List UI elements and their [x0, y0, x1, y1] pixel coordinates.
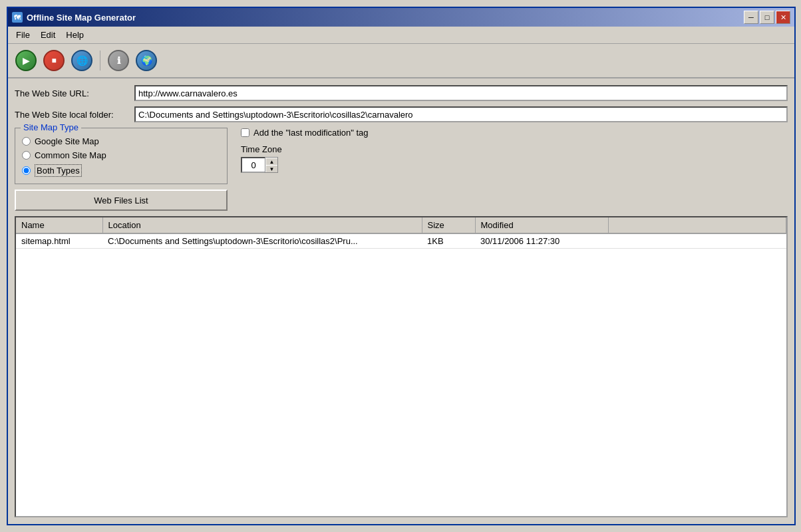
info-button[interactable]: ℹ: [106, 48, 131, 73]
both-types-option[interactable]: Both Types: [22, 164, 220, 177]
last-mod-row: Add the "last modification" tag: [241, 128, 369, 138]
both-types-radio[interactable]: [22, 166, 31, 175]
stop-button[interactable]: ■: [41, 48, 67, 73]
globe-button[interactable]: 🌍: [134, 48, 159, 73]
globe-refresh-icon: 🌐: [71, 50, 92, 71]
app-icon: 🗺: [12, 12, 23, 23]
menu-bar: File Edit Help: [8, 27, 794, 44]
folder-row: The Web Site local folder:: [15, 106, 788, 122]
sitemap-type-group: Site Map Type Google Site Map Common Sit…: [15, 128, 228, 184]
cell-location: C:\Documents and Settings\uptodown-3\Esc…: [102, 233, 422, 249]
google-sitemap-radio[interactable]: [22, 137, 31, 146]
timezone-label: Time Zone: [241, 144, 369, 154]
menu-edit[interactable]: Edit: [35, 28, 61, 42]
refresh-button[interactable]: 🌐: [69, 48, 94, 73]
common-sitemap-label: Common Site Map: [35, 150, 106, 160]
maximize-button[interactable]: □: [760, 11, 774, 24]
play-button[interactable]: ▶: [13, 48, 39, 73]
col-size: Size: [422, 217, 475, 233]
google-sitemap-label: Google Site Map: [35, 136, 99, 146]
url-input[interactable]: [134, 85, 788, 101]
spinner-buttons: ▲ ▼: [265, 157, 278, 173]
title-bar-left: 🗺 Offline Site Map Generator: [12, 12, 136, 23]
col-extra: [608, 217, 786, 233]
last-mod-checkbox[interactable]: [241, 128, 249, 137]
menu-help[interactable]: Help: [61, 28, 89, 42]
google-sitemap-option[interactable]: Google Site Map: [22, 136, 220, 146]
web-files-button[interactable]: Web Files List: [15, 190, 228, 211]
toolbar-separator: [100, 51, 100, 70]
spinner-up-button[interactable]: ▲: [265, 158, 277, 165]
col-modified: Modified: [475, 217, 608, 233]
file-table: Name Location Size Modified sitemap.html…: [16, 217, 786, 249]
last-mod-label: Add the "last modification" tag: [253, 128, 369, 138]
cell-extra: [608, 233, 786, 249]
sitemap-options: Google Site Map Common Site Map Both Typ…: [22, 136, 220, 177]
options-panel: Add the "last modification" tag Time Zon…: [241, 128, 369, 173]
groupbox-legend: Site Map Type: [21, 122, 81, 132]
play-icon: ▶: [15, 50, 37, 71]
globe-icon: 🌍: [136, 50, 157, 71]
spinner-down-button[interactable]: ▼: [265, 165, 277, 172]
info-icon: ℹ: [108, 50, 129, 71]
toolbar: ▶ ■ 🌐 ℹ 🌍: [8, 44, 794, 78]
timezone-input[interactable]: [241, 157, 265, 173]
close-button[interactable]: ✕: [776, 11, 790, 24]
common-sitemap-radio[interactable]: [22, 151, 31, 160]
timezone-spinner: ▲ ▼: [241, 157, 281, 173]
stop-icon: ■: [43, 50, 65, 71]
table-row[interactable]: sitemap.html C:\Documents and Settings\u…: [16, 233, 786, 249]
title-bar: 🗺 Offline Site Map Generator ─ □ ✕: [8, 8, 794, 27]
title-bar-buttons: ─ □ ✕: [744, 11, 790, 24]
cell-name: sitemap.html: [16, 233, 102, 249]
minimize-button[interactable]: ─: [744, 11, 758, 24]
window-title: Offline Site Map Generator: [27, 13, 136, 23]
timezone-section: Time Zone ▲ ▼: [241, 144, 369, 173]
folder-input[interactable]: [134, 106, 788, 122]
col-location: Location: [102, 217, 422, 233]
cell-modified: 30/11/2006 11:27:30: [475, 233, 608, 249]
file-table-container: Name Location Size Modified sitemap.html…: [15, 216, 788, 517]
main-content: The Web Site URL: The Web Site local fol…: [8, 78, 794, 524]
main-window: 🗺 Offline Site Map Generator ─ □ ✕ File …: [7, 7, 796, 525]
col-name: Name: [16, 217, 102, 233]
middle-section: Site Map Type Google Site Map Common Sit…: [15, 128, 788, 211]
url-label: The Web Site URL:: [15, 88, 128, 98]
url-row: The Web Site URL:: [15, 85, 788, 101]
both-types-label: Both Types: [35, 164, 82, 177]
common-sitemap-option[interactable]: Common Site Map: [22, 150, 220, 160]
menu-file[interactable]: File: [11, 28, 35, 42]
cell-size: 1KB: [422, 233, 475, 249]
folder-label: The Web Site local folder:: [15, 110, 128, 120]
